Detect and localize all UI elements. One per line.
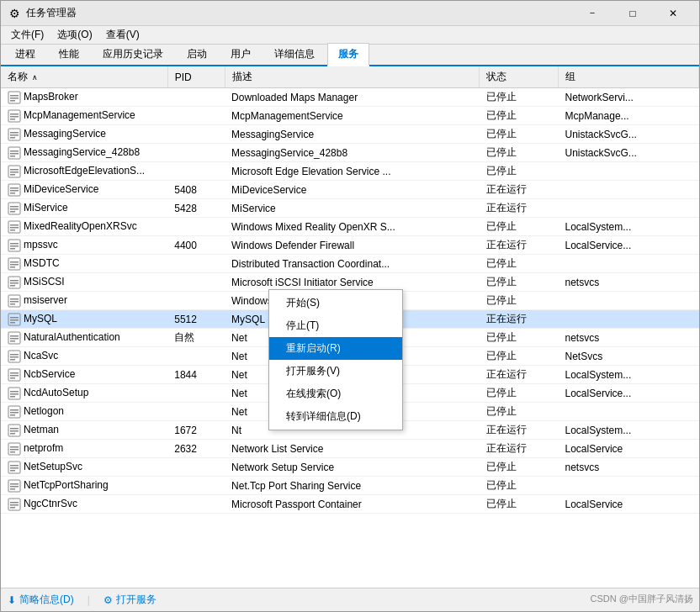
minimize-button[interactable]: － xyxy=(573,1,612,26)
cell-name: NgcCtnrSvc xyxy=(1,495,167,514)
svg-rect-86 xyxy=(10,486,19,488)
cell-name: MixedRealityOpenXRSvc xyxy=(1,218,167,236)
cell-name: Netman xyxy=(1,421,167,440)
cell-name: NcaSvc xyxy=(1,347,167,366)
table-row[interactable]: MixedRealityOpenXRSvc Windows Mixed Real… xyxy=(1,218,699,236)
cell-name: NcdAutoSetup xyxy=(1,384,167,403)
cell-name: MiDeviceService xyxy=(1,181,167,199)
svg-rect-17 xyxy=(10,169,19,171)
table-row[interactable]: mpssvc 4400 Windows Defender Firewall 正在… xyxy=(1,236,699,255)
cell-name: MSDTC xyxy=(1,255,167,273)
cell-name: msiserver xyxy=(1,292,167,310)
cell-status: 正在运行 xyxy=(480,421,559,440)
cell-group: netsvcs xyxy=(559,458,699,477)
svg-rect-10 xyxy=(10,135,19,136)
cell-name: MiService xyxy=(1,199,167,218)
svg-rect-67 xyxy=(10,396,15,398)
svg-rect-78 xyxy=(10,449,19,451)
svg-rect-19 xyxy=(10,174,15,176)
cell-desc: Downloaded Maps Manager xyxy=(225,88,480,107)
table-row[interactable]: MSDTC Distributed Transaction Coordinat.… xyxy=(1,255,699,273)
col-header-name[interactable]: 名称 ∧ xyxy=(1,66,167,88)
cell-desc: Microsoft Edge Elevation Service ... xyxy=(225,162,480,181)
tab-startup[interactable]: 启动 xyxy=(176,43,218,65)
table-row[interactable]: NgcCtnrSvc Microsoft Passport Container … xyxy=(1,495,699,514)
cell-pid: 5512 xyxy=(167,310,225,329)
svg-rect-71 xyxy=(10,414,15,416)
svg-rect-22 xyxy=(10,190,19,192)
cell-desc: Network List Service xyxy=(225,440,480,458)
tab-users[interactable]: 用户 xyxy=(220,43,262,65)
cell-name: Netlogon xyxy=(1,403,167,421)
svg-rect-29 xyxy=(10,224,19,226)
menu-file[interactable]: 文件(F) xyxy=(4,26,50,44)
svg-rect-85 xyxy=(10,483,19,485)
table-row[interactable]: NetSetupSvc Network Setup Service 已停止 ne… xyxy=(1,458,699,477)
tab-services[interactable]: 服务 xyxy=(327,43,369,66)
menu-options[interactable]: 选项(O) xyxy=(50,26,98,44)
cell-desc: Distributed Transaction Coordinat... xyxy=(225,255,480,273)
context-menu-item[interactable]: 停止(T) xyxy=(269,314,402,337)
svg-rect-74 xyxy=(10,430,19,432)
svg-rect-15 xyxy=(10,156,15,157)
context-menu-item[interactable]: 在线搜索(O) xyxy=(269,382,402,405)
col-header-group[interactable]: 组 xyxy=(559,66,699,88)
maximize-button[interactable]: □ xyxy=(613,1,652,26)
cell-name: MicrosoftEdgeElevationS... xyxy=(1,162,167,181)
col-header-pid[interactable]: PID xyxy=(167,66,225,88)
table-row[interactable]: NetTcpPortSharing Net.Tcp Port Sharing S… xyxy=(1,477,699,495)
svg-rect-33 xyxy=(10,243,19,245)
close-button[interactable]: ✕ xyxy=(654,1,692,26)
cell-pid xyxy=(167,477,225,495)
cell-status: 已停止 xyxy=(480,125,559,144)
table-row[interactable]: MiService 5428 MiService 正在运行 xyxy=(1,199,699,218)
open-service-button[interactable]: ⚙ 打开服务 xyxy=(103,593,156,607)
svg-rect-25 xyxy=(10,206,19,208)
cell-group: UnistackSvcG... xyxy=(559,125,699,144)
cell-name: MySQL xyxy=(1,310,167,329)
context-menu-item[interactable]: 打开服务(V) xyxy=(269,360,402,382)
cell-name: MessagingService xyxy=(1,125,167,144)
cell-pid: 5408 xyxy=(167,181,225,199)
cell-group: UnistackSvcG... xyxy=(559,144,699,162)
cell-group xyxy=(559,199,699,218)
cell-status: 正在运行 xyxy=(480,236,559,255)
cell-desc: McpManagementService xyxy=(225,107,480,125)
cell-group: LocalService... xyxy=(559,236,699,255)
cell-status: 已停止 xyxy=(480,88,559,107)
tab-performance[interactable]: 性能 xyxy=(48,43,90,65)
svg-rect-1 xyxy=(10,95,19,97)
context-menu-item[interactable]: 开始(S) xyxy=(269,292,402,314)
context-menu-item[interactable]: 转到详细信息(D) xyxy=(269,405,402,428)
cell-pid xyxy=(167,162,225,181)
table-row[interactable]: McpManagementService McpManagementServic… xyxy=(1,107,699,125)
cell-pid xyxy=(167,88,225,107)
cell-status: 已停止 xyxy=(480,403,559,421)
svg-rect-69 xyxy=(10,409,19,411)
svg-rect-2 xyxy=(10,98,19,99)
cell-status: 已停止 xyxy=(480,144,559,162)
table-row[interactable]: MessagingService MessagingService 已停止 Un… xyxy=(1,125,699,144)
tab-app-history[interactable]: 应用历史记录 xyxy=(92,43,174,65)
tabs-bar: 进程 性能 应用历史记录 启动 用户 详细信息 服务 xyxy=(1,45,699,66)
cell-group: LocalService... xyxy=(559,384,699,403)
summary-button[interactable]: ⬇ 简略信息(D) xyxy=(8,593,74,607)
context-menu-item[interactable]: 重新启动(R) xyxy=(269,337,402,360)
cell-pid xyxy=(167,107,225,125)
menu-view[interactable]: 查看(V) xyxy=(99,26,146,44)
table-row[interactable]: MiDeviceService 5408 MiDeviceService 正在运… xyxy=(1,181,699,199)
svg-rect-21 xyxy=(10,187,19,189)
cell-pid xyxy=(167,384,225,403)
svg-rect-58 xyxy=(10,356,19,358)
table-row[interactable]: MicrosoftEdgeElevationS... Microsoft Edg… xyxy=(1,162,699,181)
table-row[interactable]: MessagingService_428b8 MessagingService_… xyxy=(1,144,699,162)
col-header-status[interactable]: 状态 xyxy=(480,66,559,88)
cell-name: NcbService xyxy=(1,366,167,384)
tab-processes[interactable]: 进程 xyxy=(4,43,46,65)
tab-details[interactable]: 详细信息 xyxy=(263,43,326,65)
cell-desc: Net.Tcp Port Sharing Service xyxy=(225,477,480,495)
col-header-desc[interactable]: 描述 xyxy=(225,66,480,88)
table-row[interactable]: netprofm 2632 Network List Service 正在运行 … xyxy=(1,440,699,458)
cell-group xyxy=(559,162,699,181)
table-row[interactable]: MapsBroker Downloaded Maps Manager 已停止 N… xyxy=(1,88,699,107)
